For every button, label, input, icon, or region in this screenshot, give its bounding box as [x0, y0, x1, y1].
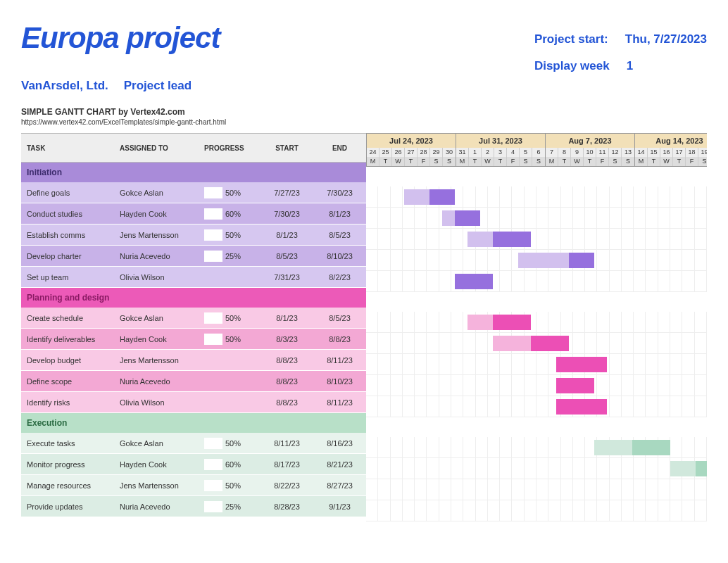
project-start-label: Project start:: [534, 32, 608, 46]
day-column: 4F: [507, 148, 520, 166]
gantt-bar-progress: [531, 336, 569, 351]
task-row[interactable]: Provide updatesNuria Acevedo25%8/28/239/…: [21, 496, 366, 517]
task-row[interactable]: Execute tasksGokce Aslan50%8/11/238/16/2…: [21, 433, 366, 454]
day-column: 12S: [609, 148, 622, 166]
task-end: 8/21/23: [313, 460, 366, 469]
gantt-bar-progress: [556, 399, 607, 415]
gantt-row: [366, 271, 707, 292]
task-name: Define scope: [21, 377, 120, 386]
task-progress: 25%: [204, 251, 261, 262]
task-row[interactable]: Conduct studiesHayden Cook60%7/30/238/1/…: [21, 203, 366, 224]
task-assigned: Nuria Acevedo: [120, 377, 204, 386]
template-url[interactable]: https://www.vertex42.com/ExcelTemplates/…: [21, 118, 707, 126]
day-column: 17T: [673, 148, 686, 166]
task-progress: 50%: [204, 312, 261, 324]
gantt-row: [366, 479, 707, 500]
day-column: 11F: [596, 148, 609, 166]
task-progress: 60%: [204, 459, 261, 470]
task-row[interactable]: Set up teamOlivia Wilson7/31/238/2/23: [21, 267, 366, 288]
gantt-bar-progress: [455, 210, 480, 226]
task-progress: 50%: [204, 187, 261, 198]
day-column: 30S: [443, 148, 456, 166]
gantt-row: [366, 186, 707, 208]
project-lead-label: Project lead: [124, 79, 192, 93]
task-end: 8/10/23: [313, 252, 366, 260]
task-start: 8/11/23: [261, 439, 313, 448]
task-end: 8/5/23: [313, 314, 366, 322]
day-column: 13S: [622, 148, 634, 166]
task-start: 8/5/23: [261, 252, 313, 260]
task-end: 8/1/23: [313, 210, 366, 218]
week-label: Jul 31, 2023: [456, 134, 545, 148]
task-row[interactable]: Create scheduleGokce Aslan50%8/1/238/5/2…: [21, 308, 366, 329]
day-column: 19S: [698, 148, 707, 166]
display-week-value[interactable]: 1: [627, 59, 633, 73]
task-assigned: Nuria Acevedo: [120, 502, 204, 511]
task-row[interactable]: Develop budgetJens Martensson8/8/238/11/…: [21, 350, 366, 371]
task-name: Provide updates: [21, 502, 120, 511]
task-name: Develop charter: [21, 252, 120, 260]
col-assigned: ASSIGNED TO: [120, 144, 204, 152]
task-start: 7/27/23: [261, 189, 313, 197]
task-row[interactable]: Manage resourcesJens Martensson50%8/22/2…: [21, 475, 366, 496]
task-assigned: Nuria Acevedo: [120, 252, 204, 260]
task-row[interactable]: Define goalsGokce Aslan50%7/27/237/30/23: [21, 182, 366, 203]
task-row[interactable]: Monitor progressHayden Cook60%8/17/238/2…: [21, 454, 366, 475]
gantt-row: [366, 312, 707, 333]
timeline-header: Jul 24, 202324M25T26W27T28F29S30SJul 31,…: [366, 133, 707, 167]
day-column: 28F: [418, 148, 430, 166]
task-row[interactable]: Identify deliverablesHayden Cook50%8/3/2…: [21, 329, 366, 350]
gantt-bar-progress: [556, 378, 594, 393]
gantt-bar-progress: [632, 440, 670, 455]
col-progress: PROGRESS: [204, 144, 261, 152]
task-start: 7/31/23: [261, 273, 313, 282]
company-name: VanArsdel, Ltd.: [21, 79, 108, 93]
day-column: 26W: [392, 148, 405, 166]
task-end: 8/11/23: [313, 398, 366, 407]
project-start-value: Thu, 7/27/2023: [625, 32, 707, 46]
day-column: 25T: [379, 148, 392, 166]
task-row[interactable]: Identify risksOlivia Wilson8/8/238/11/23: [21, 392, 366, 413]
day-column: 14M: [635, 148, 648, 166]
template-credit: SIMPLE GANTT CHART by Vertex42.com: [21, 107, 707, 117]
task-start: 8/8/23: [261, 398, 313, 407]
task-name: Conduct studies: [21, 210, 120, 218]
task-assigned: Hayden Cook: [120, 210, 204, 218]
week-label: Jul 24, 2023: [367, 134, 456, 148]
task-end: 8/10/23: [313, 377, 366, 386]
task-row[interactable]: Develop charterNuria Acevedo25%8/5/238/1…: [21, 246, 366, 267]
task-end: 9/1/23: [313, 502, 366, 511]
task-start: 8/3/23: [261, 335, 313, 343]
task-start: 8/28/23: [261, 502, 313, 511]
task-name: Manage resources: [21, 481, 120, 490]
task-assigned: Jens Martensson: [120, 481, 204, 490]
task-name: Set up team: [21, 273, 120, 282]
task-assigned: Hayden Cook: [120, 335, 204, 343]
gantt-bar-progress: [569, 253, 594, 268]
task-end: 8/5/23: [313, 231, 366, 239]
task-start: 8/22/23: [261, 481, 313, 490]
day-column: 16W: [660, 148, 673, 166]
col-task: TASK: [21, 144, 120, 152]
task-row[interactable]: Establish commsJens Martensson50%8/1/238…: [21, 224, 366, 246]
day-column: 5S: [520, 148, 532, 166]
task-row[interactable]: Define scopeNuria Acevedo8/8/238/10/23: [21, 371, 366, 392]
task-start: 8/8/23: [261, 356, 313, 365]
display-week-label: Display week: [534, 59, 610, 73]
day-column: 2W: [482, 148, 494, 166]
gantt-bar-progress: [696, 461, 707, 476]
day-column: 3T: [494, 148, 507, 166]
task-progress: 50%: [204, 334, 261, 345]
task-end: 8/11/23: [313, 356, 366, 365]
task-name: Define goals: [21, 189, 120, 197]
gantt-bar-progress: [556, 357, 607, 372]
gantt-bar-progress: [493, 232, 531, 247]
task-name: Create schedule: [21, 314, 120, 322]
task-end: 8/27/23: [313, 481, 366, 490]
day-column: 9W: [571, 148, 584, 166]
gantt-row: [366, 208, 707, 229]
task-progress: 25%: [204, 501, 261, 512]
task-end: 7/30/23: [313, 189, 366, 197]
task-end: 8/2/23: [313, 273, 366, 282]
task-start: 8/1/23: [261, 314, 313, 322]
